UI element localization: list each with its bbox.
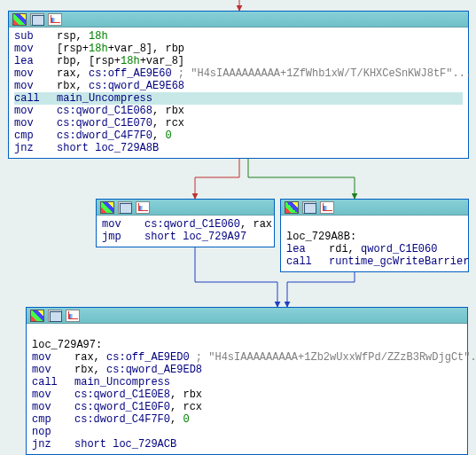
- code-line: movrax, cs:off_AE9E60 ; "H4sIAAAAAAAAA+1…: [14, 67, 463, 80]
- code-line: learbp, [rsp+18h+var_8]: [14, 55, 463, 67]
- code-block-4[interactable]: loc_729A97:movrax, cs:off_AE9ED0 ; "H4sI…: [26, 307, 468, 455]
- chart-icon[interactable]: [320, 201, 334, 214]
- code-line: movcs:qword_C1E0E8, rbx: [32, 388, 462, 401]
- code-line: mov[rsp+18h+var_8], rbp: [14, 43, 463, 55]
- block-titlebar: [97, 200, 274, 216]
- code-line: callruntime_gcWriteBarrier: [286, 255, 463, 268]
- image-icon[interactable]: [48, 310, 62, 322]
- colors-icon[interactable]: [30, 310, 44, 322]
- code-line: jnzshort loc_729A8B: [14, 142, 463, 154]
- code-line: callmain_Uncompress: [14, 92, 463, 105]
- code-line: cmpcs:dword_C4F7F0, 0: [32, 413, 462, 426]
- colors-icon[interactable]: [12, 13, 27, 26]
- code-block-2[interactable]: movcs:qword_C1E060, raxjmpshort loc_729A…: [96, 199, 275, 247]
- code-label: loc_729A97:: [32, 339, 102, 351]
- block-titlebar: [9, 12, 468, 27]
- code-label: loc_729A8B:: [286, 231, 356, 243]
- code-line: callmain_Uncompress: [32, 376, 462, 388]
- code-block-3[interactable]: loc_729A8B:leardi, qword_C1E060callrunti…: [280, 199, 469, 272]
- code-line: cmpcs:dword_C4F7F0, 0: [14, 129, 463, 142]
- code-line: leardi, qword_C1E060: [286, 243, 463, 255]
- comment: ; "H4sIAAAAAAAAA+1ZfWhb1xW/T/KHXCeSnKWJ8…: [172, 67, 472, 80]
- block-body: subrsp, 18hmov[rsp+18h+var_8], rbplearbp…: [9, 27, 468, 158]
- code-line: movrbx, cs:qword_AE9E68: [14, 80, 463, 92]
- image-icon[interactable]: [30, 13, 44, 26]
- code-line: subrsp, 18h: [14, 30, 463, 43]
- comment: ; "H4sIAAAAAAAAA+1Zb2wUxxWfPd/ZZzB3RwDjg…: [190, 351, 476, 364]
- code-line: jmpshort loc_729A97: [102, 231, 269, 243]
- block-body: loc_729A8B:leardi, qword_C1E060callrunti…: [281, 216, 468, 271]
- block-body: movcs:qword_C1E060, raxjmpshort loc_729A…: [97, 216, 274, 247]
- image-icon[interactable]: [118, 201, 132, 214]
- code-line: jnzshort loc_729ACB: [32, 438, 462, 451]
- block-body: loc_729A97:movrax, cs:off_AE9ED0 ; "H4sI…: [27, 324, 467, 454]
- code-line: movcs:qword_C1E0F0, rcx: [32, 401, 462, 413]
- block-titlebar: [281, 200, 468, 216]
- code-line: nop: [32, 426, 462, 438]
- colors-icon[interactable]: [100, 201, 114, 214]
- code-line: movcs:qword_C1E070, rcx: [14, 117, 463, 129]
- colors-icon[interactable]: [285, 201, 299, 214]
- code-line: movcs:qword_C1E068, rbx: [14, 105, 463, 117]
- chart-icon[interactable]: [48, 13, 62, 26]
- code-line: movcs:qword_C1E060, rax: [102, 218, 269, 231]
- code-line: movrbx, cs:qword_AE9ED8: [32, 364, 462, 376]
- code-block-1[interactable]: subrsp, 18hmov[rsp+18h+var_8], rbplearbp…: [8, 11, 469, 159]
- chart-icon[interactable]: [66, 310, 80, 322]
- block-titlebar: [27, 308, 467, 324]
- chart-icon[interactable]: [136, 201, 150, 214]
- image-icon[interactable]: [302, 201, 316, 214]
- code-line: movrax, cs:off_AE9ED0 ; "H4sIAAAAAAAAA+1…: [32, 351, 462, 364]
